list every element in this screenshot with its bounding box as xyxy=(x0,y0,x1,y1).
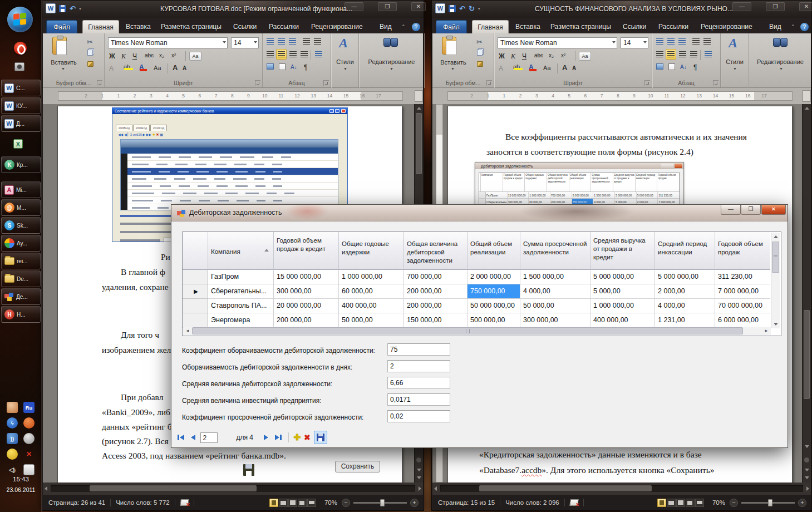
tab-mailings[interactable]: Рассылки xyxy=(269,20,299,33)
highlight-button[interactable]: ab xyxy=(124,63,130,70)
cell[interactable]: 1 500 000,00 xyxy=(520,270,590,284)
dialog-launcher-icon[interactable] xyxy=(486,80,492,86)
justify-icon[interactable] xyxy=(690,51,697,57)
browse-prev-icon[interactable] xyxy=(805,476,809,479)
tab-file[interactable]: Файл xyxy=(46,20,77,33)
column-header[interactable]: Средняя выручка от продажи в кредит xyxy=(590,232,655,270)
styles-dropdown-icon[interactable]: ▼ xyxy=(343,67,347,71)
show-marks-icon[interactable]: ¶ xyxy=(693,63,697,71)
numbering-icon[interactable] xyxy=(278,38,285,45)
vertical-scrollbar[interactable] xyxy=(802,104,811,483)
editing-label[interactable]: Редактирование xyxy=(749,58,812,65)
save-icon[interactable] xyxy=(449,5,456,12)
cell[interactable]: Сберегательны... xyxy=(208,284,274,299)
taskbar-item-kr[interactable]: K Кр... xyxy=(1,156,41,173)
maximize-button[interactable]: ❐ xyxy=(741,205,761,215)
view-draft-button[interactable] xyxy=(307,499,316,507)
grid-row-current[interactable]: ▶ Сберегательны... 300 000,00 60 000,00 … xyxy=(183,284,770,299)
editing-dropdown-icon[interactable]: ▼ xyxy=(779,67,783,71)
multilevel-list-icon[interactable] xyxy=(289,38,296,45)
close-button[interactable]: ✕ xyxy=(761,205,786,215)
cell[interactable]: 70 000 000,00 xyxy=(715,299,770,313)
subscript-button[interactable]: x₂ xyxy=(159,52,164,58)
select-browse-object[interactable] xyxy=(804,457,809,462)
cell[interactable]: 50 000,00 xyxy=(520,299,590,313)
dialog-launcher-icon[interactable] xyxy=(97,80,102,86)
zoom-slider[interactable] xyxy=(353,502,407,504)
field-input[interactable]: 75 xyxy=(387,343,450,356)
highlight-button[interactable]: ab xyxy=(513,63,520,70)
cell[interactable]: 150 000,00 xyxy=(404,313,467,328)
sort-icon[interactable]: А↓ xyxy=(291,64,297,70)
styles-label[interactable]: Стили xyxy=(721,58,749,65)
tray-network-icon[interactable]: )) xyxy=(7,433,18,444)
grid-row[interactable]: ГазПром 15 000 000,00 1 000 000,00 700 0… xyxy=(183,270,770,284)
cell[interactable]: 50 000,00 xyxy=(339,313,404,328)
align-left-icon[interactable] xyxy=(267,51,274,57)
borders-icon[interactable] xyxy=(668,63,675,70)
scroll-up-icon[interactable] xyxy=(774,235,778,238)
tray-punto-icon[interactable]: ϟ xyxy=(7,417,18,429)
cell[interactable]: 300 000,00 xyxy=(274,284,339,299)
scroll-thumb[interactable] xyxy=(90,485,257,491)
column-header[interactable]: Средний период инкассации xyxy=(655,232,715,270)
proofing-status-icon[interactable] xyxy=(569,499,579,506)
title-bar[interactable]: Дебиторская задолженность — ❐ ✕ xyxy=(171,205,788,221)
help-icon[interactable]: ? xyxy=(800,23,809,31)
tab-mailings[interactable]: Рассылки xyxy=(658,20,688,33)
move-first-button[interactable] xyxy=(176,433,186,442)
opera-icon[interactable] xyxy=(14,42,27,55)
cell[interactable]: 7 000 000,00 xyxy=(715,284,770,299)
tray-network-error-icon[interactable]: ✕ xyxy=(23,449,35,460)
show-marks-icon[interactable]: ¶ xyxy=(304,63,307,71)
taskbar-item-mailru[interactable]: @ М... xyxy=(1,199,41,216)
multilevel-list-icon[interactable] xyxy=(678,38,686,45)
title-bar[interactable]: W ↶ ▾ КУРСОВАЯ ГОТОВАЯ.doc [Режим ограни… xyxy=(42,1,424,18)
paste-button-label[interactable]: Вставить xyxy=(43,59,85,66)
zoom-in-button[interactable]: + xyxy=(410,499,419,507)
tray-date[interactable]: 23.06.2011 xyxy=(0,486,42,493)
paste-dropdown-icon[interactable]: ▼ xyxy=(451,67,455,71)
scroll-track[interactable] xyxy=(440,485,803,492)
font-color-button[interactable]: А xyxy=(139,63,144,71)
zoom-slider-thumb[interactable] xyxy=(380,499,385,506)
decrease-indent-icon[interactable] xyxy=(303,38,310,45)
status-words[interactable]: Число слов: 5 772 xyxy=(116,499,170,506)
underline-button[interactable]: Ч xyxy=(132,52,137,60)
scroll-up-icon[interactable] xyxy=(417,107,421,110)
cell[interactable]: 311 230,00 xyxy=(715,270,770,284)
zoom-in-button[interactable]: + xyxy=(798,499,806,507)
excel-icon[interactable]: X xyxy=(13,139,23,149)
zoom-out-button[interactable]: − xyxy=(342,499,350,507)
view-web-layout-button[interactable] xyxy=(676,499,685,507)
scroll-left-icon[interactable] xyxy=(45,486,47,491)
scroll-up-icon[interactable] xyxy=(805,107,809,110)
zoom-slider-thumb[interactable] xyxy=(768,499,772,506)
cell[interactable]: 200 000,00 xyxy=(404,299,467,313)
justify-icon[interactable] xyxy=(301,51,308,57)
select-browse-object[interactable] xyxy=(416,457,421,462)
view-fullscreen-button[interactable] xyxy=(667,499,676,507)
taskbar-item-word-doc2[interactable]: W КУ... xyxy=(1,97,41,114)
view-print-layout-button[interactable] xyxy=(269,499,278,507)
field-input[interactable]: 0,02 xyxy=(387,410,450,422)
tab-insert[interactable]: Вставка xyxy=(126,20,151,33)
horizontal-scrollbar[interactable] xyxy=(432,483,811,495)
scroll-right-icon[interactable] xyxy=(419,486,421,491)
zoom-slider[interactable] xyxy=(741,502,795,504)
column-header-company[interactable]: Компания xyxy=(208,232,274,270)
horizontal-scrollbar[interactable] xyxy=(43,483,423,495)
cell[interactable]: 5 000 000,00 xyxy=(655,270,715,284)
numbering-icon[interactable] xyxy=(667,38,675,45)
data-grid[interactable]: Компания Годовой объем продаж в кредит О… xyxy=(182,232,781,336)
tab-references[interactable]: Ссылки xyxy=(623,20,646,33)
undo-icon[interactable]: ↶ xyxy=(459,4,465,13)
cell[interactable]: 4 000,00 xyxy=(655,299,715,313)
field-input[interactable]: 0,0171 xyxy=(387,393,450,406)
cell[interactable]: 1 000 000,00 xyxy=(339,270,404,284)
minimize-button[interactable]: — xyxy=(732,2,751,11)
column-header[interactable]: Общие годовые издержки xyxy=(339,232,404,270)
start-button[interactable] xyxy=(7,7,33,32)
cell[interactable]: 5 000,00 xyxy=(590,284,655,299)
dialog-launcher-icon[interactable] xyxy=(713,80,719,86)
